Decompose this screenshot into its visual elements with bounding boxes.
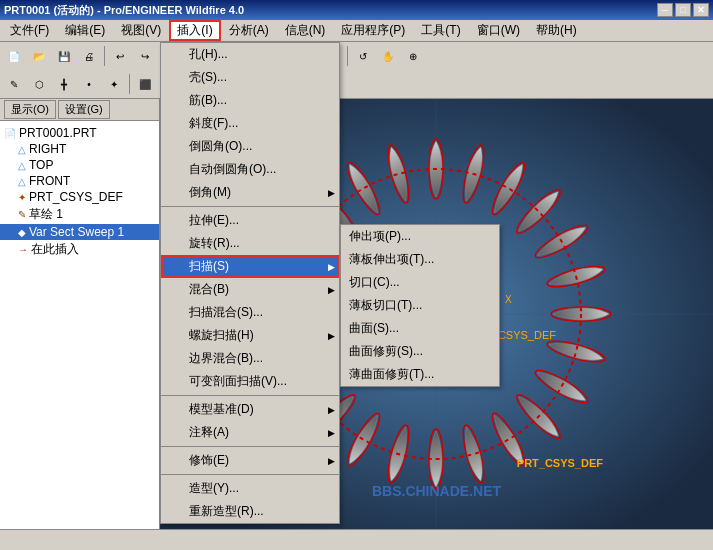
tree-label-sketch1: 草绘 1 [29,206,63,223]
tree-item-right[interactable]: △ RIGHT [0,141,159,157]
menu-hole[interactable]: 孔(H)... [161,43,339,66]
menu-style[interactable]: 造型(Y)... [161,477,339,500]
menu-restyle[interactable]: 重新造型(R)... [161,500,339,523]
status-bar [0,529,713,550]
menu-view[interactable]: 视图(V) [113,20,169,41]
tree-icon-front: △ [18,176,26,187]
menu-analysis[interactable]: 分析(A) [221,20,277,41]
tb-extrude[interactable]: ⬛ [133,72,157,96]
tree-item-insert-here[interactable]: → 在此插入 [0,240,159,259]
sep-1 [161,206,339,207]
menu-blend[interactable]: 混合(B) [161,278,339,301]
axis-label: PRT_CSYS_DEF [517,457,603,469]
menu-info[interactable]: 信息(N) [277,20,334,41]
tree-label-front: FRONT [29,174,70,188]
menu-edit[interactable]: 编辑(E) [57,20,113,41]
sep-3 [161,446,339,447]
menu-sweep-blend[interactable]: 扫描混合(S)... [161,301,339,324]
tree-item-csys[interactable]: ✦ PRT_CSYS_DEF [0,189,159,205]
sidebar: 显示(O) 设置(G) 📄 PRT0001.PRT △ RIGHT △ TOP … [0,99,160,529]
menu-revolve[interactable]: 旋转(R)... [161,232,339,255]
tree-item-sweep1[interactable]: ◆ Var Sect Sweep 1 [0,224,159,240]
tree-item-top[interactable]: △ TOP [0,157,159,173]
submenu-thin-protrusion[interactable]: 薄板伸出项(T)... [341,248,499,271]
menu-cosmetic[interactable]: 修饰(E) [161,449,339,472]
title-buttons[interactable]: ─ □ ✕ [657,3,709,17]
menu-extrude[interactable]: 拉伸(E)... [161,209,339,232]
tree-icon-root: 📄 [4,128,16,139]
tb-redo[interactable]: ↪ [133,44,157,68]
maximize-button[interactable]: □ [675,3,691,17]
menu-var-sect-sweep[interactable]: 可变剖面扫描(V)... [161,370,339,393]
tb-undo[interactable]: ↩ [108,44,132,68]
tb-point[interactable]: • [77,72,101,96]
tree-label-top: TOP [29,158,53,172]
tb-sep-4 [347,46,348,66]
menu-rib[interactable]: 筋(B)... [161,89,339,112]
tb-save[interactable]: 💾 [52,44,76,68]
toolbar-row-2: ✎ ⬡ ╋ • ✦ ⬛ ⟳ ⤵ ○ ◯ ▭ [0,70,713,98]
tree-icon-csys: ✦ [18,192,26,203]
toolbar-area: 📄 📂 💾 🖨 ↩ ↪ 🔄 ⊞ 🔍 🔎 ◕ □ ◻ ↺ ✋ ⊕ ✎ ⬡ ╋ • … [0,42,713,99]
submenu-thin-cut[interactable]: 薄板切口(T)... [341,294,499,317]
sidebar-toolbar: 显示(O) 设置(G) [0,99,159,121]
menu-shell[interactable]: 壳(S)... [161,66,339,89]
menu-auto-round[interactable]: 自动倒圆角(O)... [161,158,339,181]
tb-csys[interactable]: ✦ [102,72,126,96]
tree-label-insert-here: 在此插入 [31,241,79,258]
menu-window[interactable]: 窗口(W) [469,20,528,41]
tree-area: 📄 PRT0001.PRT △ RIGHT △ TOP △ FRONT ✦ [0,121,159,263]
menu-boundary-blend[interactable]: 边界混合(B)... [161,347,339,370]
tb-spin[interactable]: ↺ [351,44,375,68]
tree-icon-insert-here: → [18,244,28,255]
tree-label-root: PRT0001.PRT [19,126,97,140]
sep-4 [161,474,339,475]
sidebar-show-btn[interactable]: 显示(O) [4,100,56,119]
tree-icon-sweep1: ◆ [18,227,26,238]
menu-model-datum[interactable]: 模型基准(D) [161,398,339,421]
menu-file[interactable]: 文件(F) [2,20,57,41]
menu-apps[interactable]: 应用程序(P) [333,20,413,41]
sidebar-set-btn[interactable]: 设置(G) [58,100,110,119]
menu-insert[interactable]: 插入(I) [169,20,220,41]
tree-item-root[interactable]: 📄 PRT0001.PRT [0,125,159,141]
tree-item-front[interactable]: △ FRONT [0,173,159,189]
tb-axis[interactable]: ╋ [52,72,76,96]
sep-2 [161,395,339,396]
tree-icon-top: △ [18,160,26,171]
sweep-submenu[interactable]: 伸出项(P)... 薄板伸出项(T)... 切口(C)... 薄板切口(T)..… [340,224,500,387]
tree-label-sweep1: Var Sect Sweep 1 [29,225,124,239]
tb-zoom[interactable]: ⊕ [401,44,425,68]
menu-chamfer[interactable]: 倒角(M) [161,181,339,204]
minimize-button[interactable]: ─ [657,3,673,17]
tb-print[interactable]: 🖨 [77,44,101,68]
tb-new[interactable]: 📄 [2,44,26,68]
menu-draft[interactable]: 斜度(F)... [161,112,339,135]
tb-sep-5 [129,74,130,94]
insert-dropdown[interactable]: 孔(H)... 壳(S)... 筋(B)... 斜度(F)... 倒圆角(O).… [160,42,340,524]
tree-item-sketch1[interactable]: ✎ 草绘 1 [0,205,159,224]
menu-tools[interactable]: 工具(T) [413,20,468,41]
submenu-surface-trim[interactable]: 曲面修剪(S)... [341,340,499,363]
tree-icon-right: △ [18,144,26,155]
menu-round[interactable]: 倒圆角(O)... [161,135,339,158]
menu-sweep[interactable]: 扫描(S) [161,255,339,278]
submenu-surface[interactable]: 曲面(S)... [341,317,499,340]
svg-text:X: X [505,294,512,305]
close-button[interactable]: ✕ [693,3,709,17]
menu-annotation[interactable]: 注释(A) [161,421,339,444]
menu-helical-sweep[interactable]: 螺旋扫描(H) [161,324,339,347]
tree-icon-sketch1: ✎ [18,209,26,220]
tb-sep-1 [104,46,105,66]
title-bar: PRT0001 (活动的) - Pro/ENGINEER Wildfire 4.… [0,0,713,20]
title-text: PRT0001 (活动的) - Pro/ENGINEER Wildfire 4.… [4,3,657,18]
tb-open[interactable]: 📂 [27,44,51,68]
submenu-cut[interactable]: 切口(C)... [341,271,499,294]
tb-plane[interactable]: ⬡ [27,72,51,96]
submenu-protrusion[interactable]: 伸出项(P)... [341,225,499,248]
menu-help[interactable]: 帮助(H) [528,20,585,41]
tb-sketch[interactable]: ✎ [2,72,26,96]
submenu-thin-surface-trim[interactable]: 薄曲面修剪(T)... [341,363,499,386]
tb-pan[interactable]: ✋ [376,44,400,68]
menu-bar: 文件(F) 编辑(E) 视图(V) 插入(I) 分析(A) 信息(N) 应用程序… [0,20,713,42]
